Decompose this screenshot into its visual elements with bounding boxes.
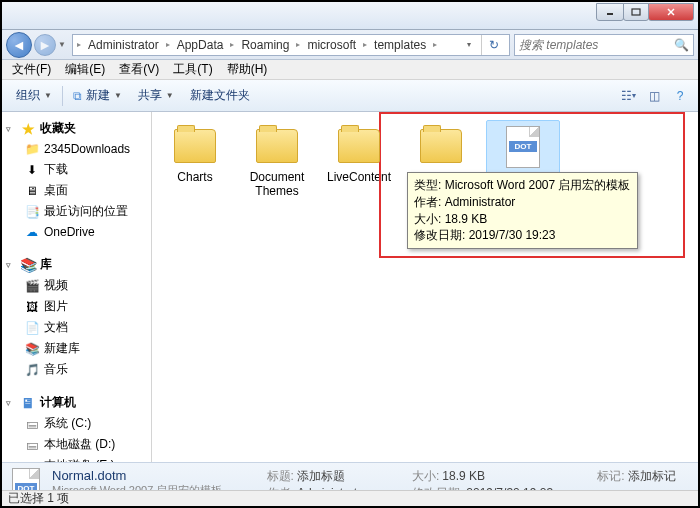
details-filename: Normal.dotm: [52, 468, 237, 483]
breadcrumb-seg[interactable]: Administrator: [85, 37, 162, 53]
drive-icon: 🖴: [24, 437, 40, 453]
folder-icon: [174, 129, 216, 163]
search-box[interactable]: 🔍: [514, 34, 694, 56]
address-bar-row: ◄ ► ▼ ▸ Administrator▸ AppData▸ Roaming▸…: [2, 30, 698, 60]
nav-item[interactable]: 📁2345Downloads: [4, 139, 149, 159]
organize-button[interactable]: 组织 ▼: [8, 84, 60, 107]
toolbar: 组织 ▼ ⧉ 新建 ▼ 共享 ▼ 新建文件夹 ☷ ▾ ◫ ?: [2, 80, 698, 112]
minimize-icon: [605, 7, 615, 17]
breadcrumb-seg[interactable]: templates: [371, 37, 429, 53]
menu-view[interactable]: 查看(V): [113, 60, 165, 79]
nav-forward-button[interactable]: ►: [34, 34, 56, 56]
address-dropdown[interactable]: ▾: [461, 40, 477, 49]
folder-icon: [256, 129, 298, 163]
nav-item[interactable]: 🖴本地磁盘 (D:): [4, 434, 149, 455]
computer-icon: 🖥: [20, 395, 36, 411]
nav-libraries-header[interactable]: ▿📚库: [4, 254, 149, 275]
file-tooltip: 类型: Microsoft Word 2007 启用宏的模板 作者: Admin…: [407, 172, 638, 249]
drive-icon: 🖴: [24, 458, 40, 463]
menu-bar: 文件(F) 编辑(E) 查看(V) 工具(T) 帮助(H): [2, 60, 698, 80]
star-icon: ★: [20, 121, 36, 137]
folder-icon: 📁: [24, 141, 40, 157]
preview-pane-button[interactable]: ◫: [642, 85, 666, 107]
nav-history-dropdown[interactable]: ▼: [56, 32, 68, 58]
nav-item[interactable]: 🖥桌面: [4, 180, 149, 201]
music-icon: 🎵: [24, 362, 40, 378]
image-icon: 🖼: [24, 299, 40, 315]
file-item[interactable]: Charts: [158, 120, 232, 205]
titlebar: [2, 2, 698, 30]
folder-icon: [420, 129, 462, 163]
nav-item[interactable]: 🖼图片: [4, 296, 149, 317]
menu-file[interactable]: 文件(F): [6, 60, 57, 79]
nav-computer-header[interactable]: ▿🖥计算机: [4, 392, 149, 413]
menu-edit[interactable]: 编辑(E): [59, 60, 111, 79]
breadcrumb-seg[interactable]: AppData: [174, 37, 227, 53]
new-folder-button[interactable]: 新建文件夹: [182, 84, 258, 107]
recent-icon: 📑: [24, 204, 40, 220]
nav-item[interactable]: ☁OneDrive: [4, 222, 149, 242]
library-icon: 📚: [20, 257, 36, 273]
chevron-right-icon: ▸: [77, 40, 81, 49]
help-button[interactable]: ?: [668, 85, 692, 107]
search-input[interactable]: [519, 38, 674, 52]
search-icon: 🔍: [674, 38, 689, 52]
details-tags[interactable]: 添加标记: [628, 469, 676, 483]
status-bar: 已选择 1 项: [2, 490, 698, 506]
file-list-pane[interactable]: Charts Document Themes LiveContent Smart…: [152, 112, 698, 462]
nav-item[interactable]: 🎵音乐: [4, 359, 149, 380]
desktop-icon: 🖥: [24, 183, 40, 199]
breadcrumb[interactable]: ▸ Administrator▸ AppData▸ Roaming▸ micro…: [72, 34, 510, 56]
close-icon: [666, 7, 676, 17]
minimize-button[interactable]: [596, 3, 624, 21]
nav-item[interactable]: 🖴本地磁盘 (E:): [4, 455, 149, 462]
maximize-button[interactable]: [623, 3, 649, 21]
breadcrumb-seg[interactable]: Roaming: [238, 37, 292, 53]
close-button[interactable]: [648, 3, 694, 21]
svg-rect-1: [632, 9, 640, 15]
file-item[interactable]: LiveContent: [322, 120, 396, 205]
details-title[interactable]: 添加标题: [297, 469, 345, 483]
include-button[interactable]: ⧉ 新建 ▼: [65, 84, 130, 107]
nav-item[interactable]: 📑最近访问的位置: [4, 201, 149, 222]
file-item[interactable]: Document Themes: [240, 120, 314, 205]
dotm-icon: [506, 126, 540, 168]
view-options-button[interactable]: ☷ ▾: [616, 85, 640, 107]
cloud-icon: ☁: [24, 224, 40, 240]
nav-back-button[interactable]: ◄: [6, 32, 32, 58]
library-icon: 📚: [24, 341, 40, 357]
menu-help[interactable]: 帮助(H): [221, 60, 274, 79]
nav-item[interactable]: 📄文档: [4, 317, 149, 338]
nav-item[interactable]: 📚新建库: [4, 338, 149, 359]
breadcrumb-seg[interactable]: microsoft: [304, 37, 359, 53]
maximize-icon: [631, 7, 641, 17]
document-icon: 📄: [24, 320, 40, 336]
nav-item[interactable]: 🖴系统 (C:): [4, 413, 149, 434]
nav-item[interactable]: ⬇下载: [4, 159, 149, 180]
details-size: 18.9 KB: [442, 469, 485, 483]
download-icon: ⬇: [24, 162, 40, 178]
video-icon: 🎬: [24, 278, 40, 294]
menu-tools[interactable]: 工具(T): [167, 60, 218, 79]
drive-icon: 🖴: [24, 416, 40, 432]
refresh-button[interactable]: ↻: [481, 35, 505, 55]
nav-item[interactable]: 🎬视频: [4, 275, 149, 296]
share-button[interactable]: 共享 ▼: [130, 84, 182, 107]
nav-favorites-header[interactable]: ▿★收藏夹: [4, 118, 149, 139]
folder-icon: [338, 129, 380, 163]
navigation-pane: ▿★收藏夹 📁2345Downloads ⬇下载 🖥桌面 📑最近访问的位置 ☁O…: [2, 112, 152, 462]
